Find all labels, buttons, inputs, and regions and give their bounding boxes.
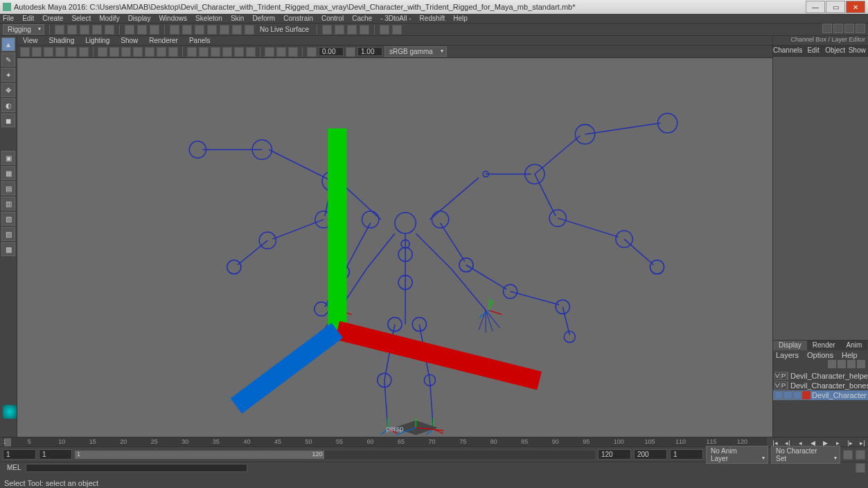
anim-layer-dropdown[interactable]: No Anim Layer: [706, 446, 768, 464]
image-plane-icon[interactable]: [55, 47, 65, 57]
move-tool[interactable]: ✥: [1, 83, 15, 97]
layer-row[interactable]: Devil_Character: [773, 390, 868, 400]
render-view-icon[interactable]: [392, 25, 402, 35]
autokey-icon[interactable]: [843, 450, 853, 460]
render-frame-icon[interactable]: [335, 25, 344, 35]
channel-tab-object[interactable]: Object: [824, 46, 847, 56]
toggle-2-icon[interactable]: [833, 24, 843, 33]
hypershade-icon[interactable]: [380, 25, 389, 35]
panel-menu-panels[interactable]: Panels: [189, 37, 211, 44]
layer-vis-toggle[interactable]: V: [774, 372, 780, 380]
script-editor-icon[interactable]: [856, 463, 865, 473]
menu-control[interactable]: Control: [321, 15, 344, 22]
prefs-icon[interactable]: [856, 450, 865, 460]
layer-vis-toggle[interactable]: [774, 391, 783, 399]
menu-deform[interactable]: Deform: [252, 15, 275, 22]
snap-point-icon[interactable]: [195, 25, 204, 35]
layer-tab-render[interactable]: Render: [807, 341, 841, 350]
toggle-3-icon[interactable]: [844, 24, 854, 33]
isolate-icon[interactable]: [265, 47, 274, 57]
layout-two-h-icon[interactable]: ▤: [1, 181, 15, 195]
command-input[interactable]: [26, 464, 247, 472]
layer-color-swatch[interactable]: [802, 391, 811, 399]
snap-plane-icon[interactable]: [207, 25, 217, 35]
layer-playback-toggle[interactable]: [783, 391, 792, 399]
gate-mask-icon[interactable]: [133, 47, 143, 57]
range-disp-end-field[interactable]: 120: [598, 449, 631, 460]
layer-icon-1[interactable]: [828, 360, 836, 368]
toggle-1-icon[interactable]: [822, 24, 832, 33]
menu-skin[interactable]: Skin: [231, 15, 244, 22]
panel-menu-lighting[interactable]: Lighting: [85, 37, 109, 44]
paint-tool[interactable]: ✦: [1, 68, 15, 82]
snap-curve-icon[interactable]: [182, 25, 192, 35]
layer-row[interactable]: VPDevil_Character_bones: [773, 381, 868, 390]
menu-edit[interactable]: Edit: [22, 15, 34, 22]
gamma-icon[interactable]: [346, 47, 355, 57]
range-disp-start-field[interactable]: 1: [39, 449, 72, 460]
layout-four-icon[interactable]: ▦: [1, 166, 15, 180]
layer-vis-toggle[interactable]: V: [774, 381, 780, 390]
range-start-field[interactable]: 1: [3, 449, 36, 460]
menu-display[interactable]: Display: [128, 15, 151, 22]
range-thumb[interactable]: 1 120: [75, 451, 324, 459]
layer-playback-toggle[interactable]: P: [781, 372, 786, 380]
layer-tab-anim[interactable]: Anim: [841, 341, 868, 350]
panel-menu-show[interactable]: Show: [121, 37, 138, 44]
layer-type-toggle[interactable]: [787, 372, 788, 380]
panel-menu-shading[interactable]: Shading: [49, 37, 75, 44]
step-fwd-button[interactable]: |▸: [844, 437, 856, 449]
bookmark-icon[interactable]: [44, 47, 53, 57]
live-surface-icon[interactable]: [245, 25, 254, 35]
shadows-icon[interactable]: [234, 47, 244, 57]
undo-icon[interactable]: [92, 25, 102, 35]
workspace-dropdown[interactable]: Rigging: [3, 24, 44, 35]
minimize-button[interactable]: —: [806, 1, 825, 13]
channel-tab-show[interactable]: Show: [846, 46, 868, 56]
snap-view-icon[interactable]: [232, 25, 242, 35]
menu-select[interactable]: Select: [71, 15, 91, 22]
viewport-persp[interactable]: y y persp: [17, 58, 772, 437]
layer-menu-help[interactable]: Help: [842, 351, 858, 359]
construction-history-icon[interactable]: [322, 25, 332, 35]
layer-type-toggle[interactable]: [793, 391, 801, 399]
layer-menu-layers[interactable]: Layers: [776, 351, 799, 359]
safe-action-icon[interactable]: [157, 47, 166, 57]
snap-grid-icon[interactable]: [170, 25, 179, 35]
menu-file[interactable]: File: [3, 15, 14, 22]
layer-type-toggle[interactable]: [787, 381, 788, 390]
layer-icon-4[interactable]: [857, 360, 865, 368]
ipr-render-icon[interactable]: [347, 25, 357, 35]
2d-pan-icon[interactable]: [67, 47, 77, 57]
textured-icon[interactable]: [211, 47, 220, 57]
exposure-field[interactable]: 0.00: [319, 47, 344, 56]
menu-dtoall[interactable]: - 3DtoAll -: [380, 15, 411, 22]
go-end-button[interactable]: ▸|: [857, 437, 868, 449]
layout-single-icon[interactable]: ▣: [1, 151, 15, 165]
exposure-icon[interactable]: [307, 47, 317, 57]
char-set-dropdown[interactable]: No Character Set: [771, 446, 840, 464]
layout-persp-icon[interactable]: ▨: [1, 227, 15, 241]
safe-title-icon[interactable]: [168, 47, 178, 57]
menu-skeleton[interactable]: Skeleton: [195, 15, 222, 22]
menu-windows[interactable]: Windows: [159, 15, 187, 22]
range-end-field[interactable]: 200: [634, 449, 667, 460]
toggle-4-icon[interactable]: [856, 24, 865, 33]
lights-icon[interactable]: [222, 47, 232, 57]
lasso-icon[interactable]: [137, 25, 147, 35]
field-chart-icon[interactable]: [145, 47, 154, 57]
panel-menu-renderer[interactable]: Renderer: [149, 37, 178, 44]
layer-icon-2[interactable]: [838, 360, 846, 368]
gamma-field[interactable]: 1.00: [357, 47, 382, 56]
open-scene-icon[interactable]: [67, 25, 77, 35]
select-mode-icon[interactable]: [125, 25, 134, 35]
close-button[interactable]: ✕: [846, 1, 865, 13]
snap-surface-icon[interactable]: [220, 25, 229, 35]
range-track[interactable]: 1 120: [75, 451, 595, 459]
scale-tool[interactable]: ◼: [1, 114, 15, 127]
menu-modify[interactable]: Modify: [99, 15, 119, 22]
camera-lock-icon[interactable]: [32, 47, 42, 57]
menu-create[interactable]: Create: [42, 15, 63, 22]
grid-icon[interactable]: [98, 47, 107, 57]
layer-playback-toggle[interactable]: P: [781, 381, 786, 390]
